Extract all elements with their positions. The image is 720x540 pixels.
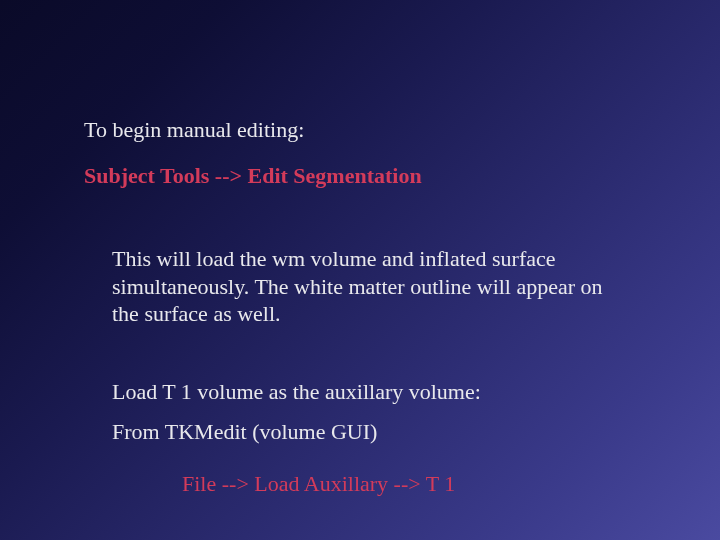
intro-text: To begin manual editing:: [84, 116, 304, 144]
from-line-text: From TKMedit (volume GUI): [112, 418, 377, 446]
file-path-text: File --> Load Auxillary --> T 1: [182, 470, 455, 498]
menu-path-text: Subject Tools --> Edit Segmentation: [84, 162, 422, 190]
load-instruction-text: Load T 1 volume as the auxillary volume:: [112, 378, 481, 406]
slide: To begin manual editing: Subject Tools -…: [0, 0, 720, 540]
body-text: This will load the wm volume and inflate…: [112, 245, 612, 328]
